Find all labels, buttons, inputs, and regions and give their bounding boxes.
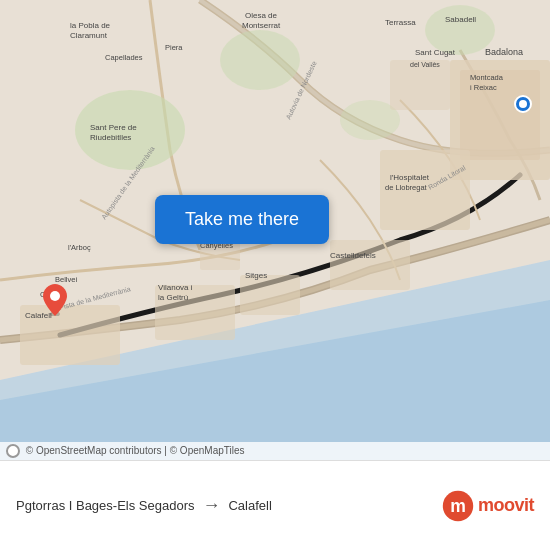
map-container: Badalona Sant Cugat del Vallès Montcada … bbox=[0, 0, 550, 460]
origin-label: Pgtorras I Bages-Els Segadors bbox=[16, 498, 194, 513]
svg-text:Sant Pere de: Sant Pere de bbox=[90, 123, 137, 132]
moovit-logo-icon: m bbox=[442, 490, 474, 522]
moovit-brand-text: moovit bbox=[478, 495, 534, 516]
svg-text:la Geltrú: la Geltrú bbox=[158, 293, 188, 302]
svg-rect-10 bbox=[330, 240, 410, 290]
svg-point-4 bbox=[220, 30, 300, 90]
svg-text:i Reixac: i Reixac bbox=[470, 83, 497, 92]
svg-text:Castelldefels: Castelldefels bbox=[330, 251, 376, 260]
map-attribution: © OpenStreetMap contributors | © OpenMap… bbox=[0, 442, 550, 460]
svg-text:la Pobla de: la Pobla de bbox=[70, 21, 111, 30]
svg-text:m: m bbox=[450, 495, 466, 515]
svg-text:Terrassa: Terrassa bbox=[385, 18, 416, 27]
svg-text:Vilanova i: Vilanova i bbox=[158, 283, 193, 292]
bottom-bar: Pgtorras I Bages-Els Segadors → Calafell… bbox=[0, 460, 550, 550]
arrow-right-icon: → bbox=[202, 495, 220, 516]
svg-text:Olesa de: Olesa de bbox=[245, 11, 278, 20]
svg-text:del Vallès: del Vallès bbox=[410, 61, 440, 68]
svg-rect-11 bbox=[240, 275, 300, 315]
svg-text:Sitges: Sitges bbox=[245, 271, 267, 280]
svg-text:Montcada: Montcada bbox=[470, 73, 504, 82]
route-info: Pgtorras I Bages-Els Segadors → Calafell bbox=[16, 495, 442, 516]
svg-text:Bellvei: Bellvei bbox=[55, 275, 77, 284]
svg-text:Sant Cugat: Sant Cugat bbox=[415, 48, 456, 57]
svg-text:Piera: Piera bbox=[165, 43, 183, 52]
svg-text:Capellades: Capellades bbox=[105, 53, 143, 62]
svg-text:Claramunt: Claramunt bbox=[70, 31, 108, 40]
moovit-logo: m moovit bbox=[442, 490, 534, 522]
destination-label: Calafell bbox=[228, 498, 271, 513]
svg-point-51 bbox=[519, 100, 527, 108]
svg-text:Riudebitlles: Riudebitlles bbox=[90, 133, 131, 142]
svg-text:de Llobregat: de Llobregat bbox=[385, 183, 428, 192]
svg-point-49 bbox=[50, 291, 60, 301]
svg-text:Montserrat: Montserrat bbox=[242, 21, 281, 30]
attribution-text: © OpenStreetMap contributors | © OpenMap… bbox=[26, 445, 245, 456]
svg-text:Badalona: Badalona bbox=[485, 47, 523, 57]
origin-marker bbox=[43, 284, 67, 320]
svg-text:Sabadell: Sabadell bbox=[445, 15, 476, 24]
destination-marker bbox=[514, 95, 532, 117]
take-me-there-button[interactable]: Take me there bbox=[155, 195, 329, 244]
svg-text:l'Arboç: l'Arboç bbox=[68, 243, 91, 252]
svg-text:l'Hospitalet: l'Hospitalet bbox=[390, 173, 430, 182]
osm-logo-icon bbox=[6, 444, 20, 458]
